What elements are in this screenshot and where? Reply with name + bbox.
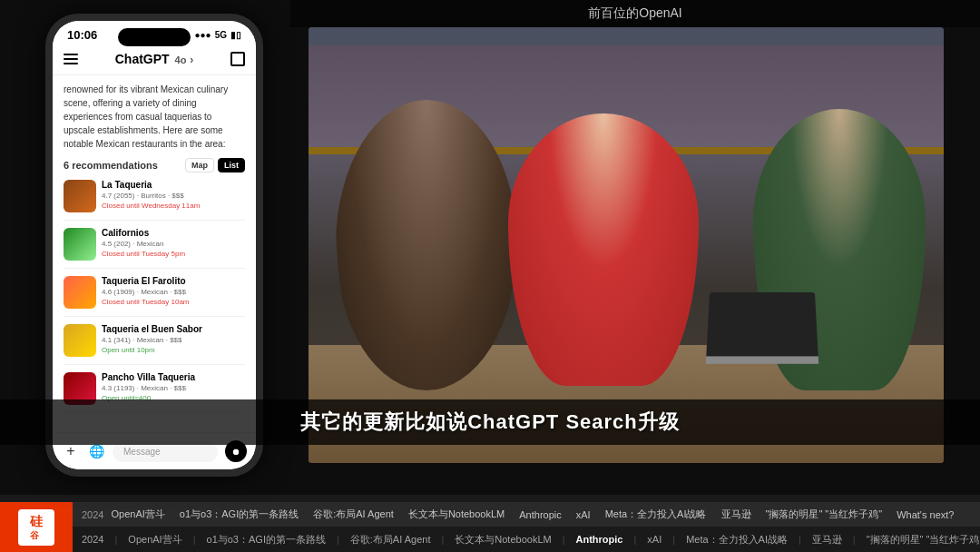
restaurant-item[interactable]: Taqueria el Buen Sabor 4.1 (341) · Mexic… — [64, 324, 245, 365]
edit-icon[interactable] — [230, 52, 245, 66]
menu-line-3 — [64, 63, 78, 64]
ticker-bottom-year: 2024 — [82, 534, 103, 545]
ticker-top-row: 2024 OpenAI营斗 o1与o3：AGI的第一条路线 谷歌:布局AI Ag… — [73, 502, 980, 527]
restaurant-info: Taqueria el Buen Sabor 4.1 (341) · Mexic… — [102, 324, 245, 357]
recommendations-header: 6 recommendations Map List — [64, 158, 245, 172]
video-content — [309, 27, 944, 463]
laptop — [706, 292, 818, 364]
restaurant-item[interactable]: Californios 4.5 (202) · Mexican Closed u… — [64, 228, 245, 269]
ticker-year: 2024 — [82, 509, 103, 520]
restaurant-info: La Taqueria 4.7 (2055) · Burritos · $$$ … — [102, 180, 245, 212]
ticker-item-amazon: 亚马逊 — [721, 508, 751, 521]
ticker-separator: | — [799, 534, 801, 545]
news-ticker: 2024 OpenAI营斗 o1与o3：AGI的第一条路线 谷歌:布局AI Ag… — [73, 502, 980, 552]
dynamic-island — [118, 28, 191, 46]
top-title-overlay: 前百位的OpenAI — [290, 0, 980, 27]
ticker-item-o1o3: o1与o3：AGI的第一条路线 — [180, 508, 299, 521]
restaurant-status: Closed until Wednesday 11am — [102, 202, 245, 210]
restaurant-image-farolito — [64, 276, 96, 309]
subtitle-text: 其它的更新比如说ChatGPT Search升级 — [300, 410, 680, 433]
ticker-item-anthropic: Anthropic — [519, 509, 561, 520]
ticker-item-google: 谷歌:布局AI Agent — [313, 508, 394, 521]
network-type: 5G — [215, 30, 227, 40]
restaurant-name: Taqueria el Buen Sabor — [102, 324, 245, 334]
restaurant-status: Closed until Tuesday 5pm — [102, 250, 245, 258]
restaurant-item[interactable]: La Taqueria 4.7 (2055) · Burritos · $$$ … — [64, 180, 245, 221]
subtitle-bar: 其它的更新比如说ChatGPT Search升级 — [0, 399, 980, 445]
ticker-separator: | — [441, 534, 444, 545]
ticker-item-xai: xAI — [576, 509, 591, 520]
ticker-separator: | — [853, 534, 856, 545]
ticker-item-next: What's next? — [897, 509, 954, 520]
restaurant-image-la-taqueria — [64, 180, 96, 212]
restaurant-meta: 4.1 (341) · Mexican · $$$ — [102, 336, 245, 344]
restaurant-item[interactable]: Taqueria El Farolito 4.6 (1909) · Mexica… — [64, 276, 245, 317]
restaurant-info: Californios 4.5 (202) · Mexican Closed u… — [102, 228, 245, 261]
ticker-item-stars: "搁落的明星" "当红炸子鸡" — [766, 508, 883, 521]
menu-icon[interactable] — [64, 54, 78, 64]
menu-line-1 — [64, 54, 78, 55]
ticker-items-top: OpenAI营斗 o1与o3：AGI的第一条路线 谷歌:布局AI Agent 长… — [111, 508, 954, 521]
restaurant-status: Closed until Tuesday 10am — [102, 298, 245, 306]
ticker-bottom-anthropic: Anthropic — [576, 534, 623, 545]
restaurant-info: Taqueria El Farolito 4.6 (1909) · Mexica… — [102, 276, 245, 309]
restaurant-name: Californios — [102, 228, 245, 238]
laptop-screen — [706, 292, 818, 356]
chat-response-text: renowned for its vibrant Mexican culinar… — [64, 83, 245, 151]
ticker-bottom-amazon: 亚马逊 — [812, 533, 842, 547]
person-middle — [508, 113, 699, 386]
restaurant-meta: 4.3 (1193) · Mexican · $$$ — [102, 384, 245, 392]
ticker-bottom-google: 谷歌:布局AI Agent — [350, 533, 431, 547]
ticker-bottom-stars: "搁落的明星" "当红炸子鸡" — [867, 533, 980, 547]
restaurant-name: Taqueria El Farolito — [102, 276, 245, 286]
ticker-separator: | — [193, 534, 196, 545]
video-panel — [309, 27, 944, 463]
status-icons: ●●● 5G ▮▯ — [195, 30, 241, 40]
ticker-bottom-notebook: 长文本与NotebookLM — [455, 533, 551, 547]
restaurant-image-californios — [64, 228, 96, 261]
ticker-separator: | — [337, 534, 339, 545]
ticker-bottom-openai: OpenAI营斗 — [128, 533, 181, 547]
plus-button[interactable]: + — [62, 442, 80, 460]
globe-button[interactable]: 🌐 — [87, 442, 105, 460]
ticker-separator: | — [634, 534, 637, 545]
restaurant-image-buensabor — [64, 324, 96, 357]
ticker-bottom-o1: o1与o3：AGI的第一条路线 — [207, 533, 326, 547]
chatgpt-app-header: ChatGPT 4o › — [53, 45, 256, 75]
restaurant-name: Pancho Villa Taqueria — [102, 372, 245, 382]
signal-icon: ●●● — [195, 30, 211, 40]
ticker-bottom-meta: Meta：全力投入AI战略 — [686, 533, 788, 547]
restaurant-meta: 4.6 (1909) · Mexican · $$$ — [102, 288, 245, 296]
chat-content-area[interactable]: renowned for its vibrant Mexican culinar… — [53, 75, 256, 432]
ticker-separator: | — [563, 534, 565, 545]
chatgpt-app-title: ChatGPT 4o › — [115, 52, 194, 66]
ticker-separator: | — [672, 534, 675, 545]
logo-icon: 硅谷 — [18, 509, 54, 546]
restaurant-meta: 4.5 (202) · Mexican — [102, 240, 245, 248]
restaurant-meta: 4.7 (2055) · Burritos · $$$ — [102, 192, 245, 200]
battery-icon: ▮▯ — [230, 30, 241, 40]
ticker-bottom-xai: xAI — [647, 534, 662, 545]
logo-area[interactable]: 硅谷 — [0, 502, 73, 552]
status-time: 10:06 — [67, 28, 97, 42]
menu-line-2 — [64, 58, 78, 60]
logo-text: 硅谷 — [30, 515, 43, 540]
restaurant-status: Open until 10pm — [102, 346, 245, 354]
main-content: 前百位的OpenAI — [0, 0, 980, 495]
restaurant-name: La Taqueria — [102, 180, 245, 190]
list-toggle-button[interactable]: List — [218, 158, 245, 172]
map-toggle-button[interactable]: Map — [185, 158, 214, 172]
bottom-navigation: 硅谷 2024 OpenAI营斗 o1与o3：AGI的第一条路线 谷歌:布局AI… — [0, 502, 980, 552]
ticker-item-notebook: 长文本与NotebookLM — [408, 508, 505, 521]
person-left — [336, 100, 517, 390]
chatgpt-header-center: ChatGPT 4o › — [115, 51, 194, 67]
map-list-toggle: Map List — [185, 158, 245, 172]
ticker-separator: | — [114, 534, 117, 545]
ticker-item-meta: Meta：全力投入AI战略 — [605, 508, 707, 521]
recommendations-count: 6 recommendations — [64, 160, 158, 171]
ticker-item-openai: OpenAI营斗 — [111, 508, 164, 521]
ticker-bottom-row: 2024 | OpenAI营斗 | o1与o3：AGI的第一条路线 | 谷歌:布… — [73, 527, 980, 552]
